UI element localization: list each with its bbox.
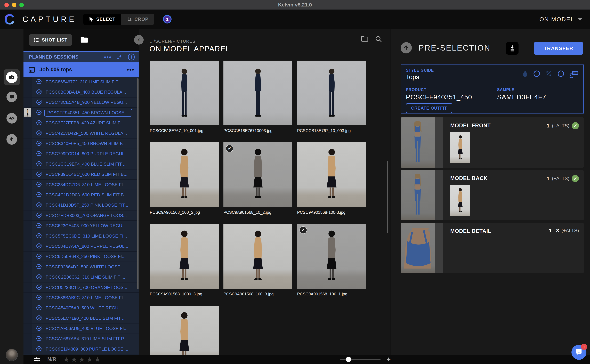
session-product-item[interactable]: PCSCF32864D2_500 WHITE LOOSE ...: [24, 262, 139, 272]
session-product-item[interactable]: PCSCC2B86C62_310 LIME SLIM FIT ...: [24, 272, 139, 282]
swatch-icon[interactable]: [545, 70, 552, 77]
session-product-item[interactable]: PCSC0BC3BA4A_400 BLUE REGULA...: [24, 87, 139, 97]
shot-list-button[interactable]: SHOT LIST: [29, 34, 72, 46]
selected-shot-thumbnail[interactable]: [450, 132, 470, 163]
session-product-item[interactable]: PCSC623CA403_900 YELLOW REGU...: [24, 221, 139, 231]
model-shot-card[interactable]: MODEL FRONT1(+ALTS)✓: [401, 117, 584, 168]
photo-thumbnail[interactable]: [297, 142, 366, 207]
star-rating[interactable]: ★★★★★: [63, 356, 102, 363]
selected-shot-thumbnail[interactable]: [450, 185, 470, 216]
session-counter-badge[interactable]: 1: [163, 15, 172, 24]
model-shot-title: MODEL BACK: [450, 175, 488, 182]
photo-cell[interactable]: PCSCCB18E76710003.jpg: [223, 61, 292, 133]
status-circle2-icon[interactable]: [557, 70, 564, 77]
user-avatar[interactable]: [6, 349, 18, 361]
photo-thumbnail[interactable]: [223, 61, 292, 125]
zoom-out-button[interactable]: –: [330, 355, 334, 364]
planned-sessions-header: PLANNED SESSIONS •••: [24, 51, 139, 62]
preselection-title: PRE-SELECTION: [419, 43, 491, 52]
planned-sessions-menu-icon[interactable]: •••: [104, 54, 112, 60]
session-product-item[interactable]: PCSC7EDB3003_700 ORANGE LOOS...: [24, 210, 139, 221]
session-product-item[interactable]: PCSC799FCD14_800 PURPLE REGUL...: [24, 149, 139, 159]
session-product-item[interactable]: PCSC86546772_310 LIME SLIM FIT ...: [24, 77, 139, 87]
session-product-item[interactable]: PCSC584D7A4A_800 PURPLE REGUL...: [24, 241, 139, 252]
session-product-item[interactable]: PCSCA540E5A3_500 WHITE REGUL...: [24, 303, 139, 313]
photo-thumbnail[interactable]: [223, 142, 292, 207]
photo-cell[interactable]: PCSC9A901568_1000_3.jpg: [150, 224, 219, 296]
session-product-item[interactable]: PCSCF39D14BC_600 RED SLIM FIT B...: [24, 169, 139, 180]
folder-button[interactable]: [80, 36, 88, 44]
folder-view-icon[interactable]: [361, 35, 369, 42]
session-product-item[interactable]: PCSC4213D42F_500 WHITE REGULA...: [24, 128, 139, 138]
session-product-item[interactable]: PCSCB340E0E5_450 BROWN SLIM F...: [24, 138, 139, 149]
model-shot-card[interactable]: MODEL DETAIL1 - 3(+ALTS): [401, 223, 584, 273]
browser-scrollbar[interactable]: [387, 161, 388, 233]
session-product-item[interactable]: PCSC3F27EFB8_420 AZURE SLIM FI...: [24, 118, 139, 128]
session-product-item[interactable]: PCSCFF940351_450 BROWN LOOSE ...: [24, 108, 139, 118]
photo-thumbnail[interactable]: [150, 142, 219, 207]
photo-thumbnail[interactable]: [150, 306, 219, 355]
model-shot-card[interactable]: MODEL BACK1(+ALTS)✓: [401, 170, 584, 220]
sparkles-icon[interactable]: [116, 53, 123, 61]
collapse-panel-button[interactable]: ‹: [134, 35, 144, 45]
photo-cell[interactable]: PCSCCB18E767_10_003.jpg: [297, 61, 366, 133]
select-tool-button[interactable]: SELECT: [83, 14, 121, 25]
photo-cell[interactable]: PCSC9A901568_100_2.jpg: [150, 142, 219, 215]
photo-cell[interactable]: PCSCCB18E767_10_001.jpg: [150, 61, 219, 133]
add-session-icon[interactable]: [128, 53, 135, 61]
session-row-job005[interactable]: Job-005 tops •••: [24, 62, 139, 77]
session-product-item[interactable]: PCSC1AF56AD9_400 BLUE LOOSE FI...: [24, 324, 139, 334]
photo-cell[interactable]: [150, 306, 219, 355]
session-product-item[interactable]: PCSC9E194309_800 PURPLE LOOSE ...: [24, 344, 139, 354]
rail-item-library[interactable]: [6, 91, 17, 102]
check-circle-icon: [36, 79, 42, 85]
droplet-icon[interactable]: [522, 70, 528, 77]
session-product-item[interactable]: PCSC4C1D2D03_600 RED SLIM FIT B...: [24, 190, 139, 200]
photo-thumbnail[interactable]: [223, 224, 292, 289]
download-selection-button[interactable]: [506, 42, 519, 55]
selected-check-badge[interactable]: ✓: [226, 145, 233, 152]
photo-thumbnail[interactable]: [297, 61, 366, 125]
session-row-menu-icon[interactable]: •••: [127, 66, 134, 73]
create-outfit-button[interactable]: CREATE OUTFIT: [406, 103, 452, 113]
session-item-gutter: [24, 180, 32, 189]
zoom-in-button[interactable]: +: [386, 355, 391, 364]
sample-label: SAMPLE: [497, 87, 546, 92]
rail-item-upload[interactable]: [6, 134, 17, 145]
support-chat-button[interactable]: 1: [571, 345, 586, 360]
rail-item-review[interactable]: [6, 113, 17, 124]
view-mode-dropdown[interactable]: ON MODEL: [539, 16, 583, 23]
rail-item-capture[interactable]: [4, 69, 20, 85]
session-product-item[interactable]: PCSCA1687AB4_310 LIME SLIM FIT P...: [24, 334, 139, 344]
session-product-item[interactable]: PCSC1CC19EF4_400 BLUE SLIM FIT ...: [24, 159, 139, 169]
zoom-slider-handle[interactable]: [346, 357, 351, 362]
zoom-window-button[interactable]: [19, 3, 24, 7]
photo-cell[interactable]: PCSC9A901568_100_3.jpg: [223, 224, 292, 296]
session-item-gutter: [24, 149, 32, 159]
photo-cell[interactable]: ✓PCSC9A901568_100_1.jpg: [297, 224, 366, 296]
filter-sliders-icon[interactable]: [34, 356, 40, 363]
transfer-button[interactable]: TRANSFER: [534, 42, 583, 55]
selected-check-badge[interactable]: ✓: [299, 226, 307, 234]
panel-scrollbar[interactable]: [137, 78, 138, 289]
session-product-item[interactable]: PCSC588BAB9C_310 LIME LOOSE FI...: [24, 293, 139, 303]
photo-thumbnail[interactable]: [150, 61, 219, 125]
status-circle-icon[interactable]: [533, 70, 540, 77]
minimize-window-button[interactable]: [12, 3, 16, 7]
session-product-item[interactable]: PCSC41D10D5F_250 PINK LOOSE FIT...: [24, 200, 139, 210]
photo-thumbnail[interactable]: [297, 224, 366, 289]
session-product-item[interactable]: PCSC234DC7D6_310 LIME LOOSE FI...: [24, 180, 139, 190]
close-window-button[interactable]: [4, 3, 9, 7]
search-icon[interactable]: [375, 35, 382, 43]
session-product-item[interactable]: PCSC6D50B643_250 PINK LOOSE FI...: [24, 252, 139, 262]
barcode-scan-icon[interactable]: [570, 70, 578, 78]
zoom-slider[interactable]: [340, 359, 381, 360]
crop-tool-button[interactable]: CROP: [121, 14, 154, 25]
session-product-item[interactable]: PCSCD5238C1D_700 ORANGE LOOS...: [24, 282, 139, 293]
photo-cell[interactable]: PCSC9A901568-100-3.jpg: [297, 142, 366, 215]
session-product-item[interactable]: PCSC5F5EC6DE_310 LIME LOOSE FI...: [24, 231, 139, 241]
session-product-item[interactable]: PCSC73CE5A4B_900 YELLOW REGU...: [24, 98, 139, 108]
photo-thumbnail[interactable]: [150, 224, 219, 289]
photo-cell[interactable]: ✓PCSC9A901568_10_2.jpg: [223, 142, 292, 215]
session-product-item[interactable]: PCSC56EC7190_400 BLUE SLIM FIT ...: [24, 313, 139, 324]
